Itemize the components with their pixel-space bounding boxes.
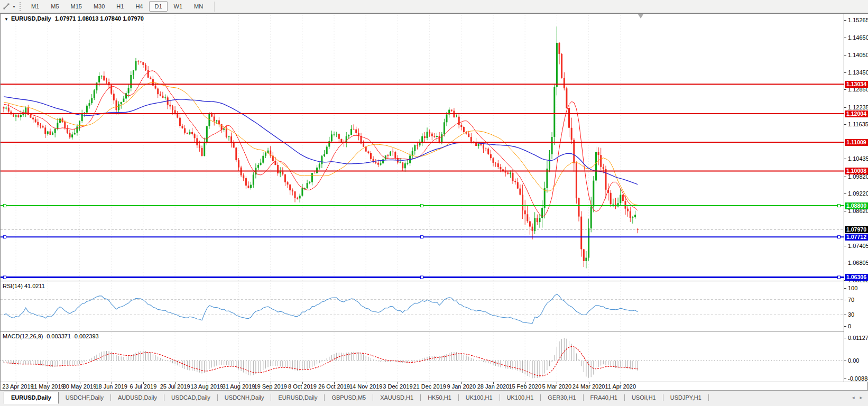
price-tick-label: 1.07405 [848, 243, 868, 249]
window-menu-icon[interactable]: ▼ [4, 17, 8, 22]
rsi-label: RSI(14) 41.0211 [3, 283, 45, 289]
date-label: 18 Jun 2019 [95, 383, 127, 390]
date-label: 11 Apr 2020 [605, 383, 636, 390]
price-badge-line[interactable]: 1.11009 [845, 139, 868, 146]
tool-dropdown-caret[interactable]: ▼ [12, 5, 16, 8]
timeframe-button-d1[interactable]: D1 [149, 1, 167, 12]
rsi-indicator-panel[interactable]: RSI(14) 41.0211 [1, 282, 844, 331]
price-tick-label: 1.14050 [848, 52, 868, 58]
toolbar-grip[interactable] [20, 2, 22, 11]
timeframe-button-m15[interactable]: M15 [66, 1, 87, 12]
price-tick-label: 1.10435 [848, 155, 868, 162]
trendline-tool-icon[interactable] [3, 3, 11, 11]
date-label: 13 Aug 2019 [190, 383, 223, 390]
price-tick-label: 1.09220 [848, 190, 868, 197]
chart-tab-eurusd-daily[interactable]: EURUSD,Daily [4, 392, 59, 404]
macd-scale-label: -0.008845 [848, 375, 868, 382]
price-badge-current: 1.07970 [845, 226, 868, 233]
macd-scale-label: 0.011277 [848, 335, 868, 341]
rsi-scale-label: 70 [848, 297, 854, 303]
rsi-scale-label: 30 [848, 311, 854, 318]
timeframe-buttons: M1M5M15M30H1H4D1W1MN [25, 1, 209, 12]
date-label: 8 Oct 2019 [288, 383, 317, 390]
tab-separator [708, 394, 709, 401]
macd-indicator-panel[interactable]: MACD(12,26,9) -0.003371 -0.002393 [1, 332, 844, 382]
timeframe-button-m1[interactable]: M1 [26, 1, 44, 12]
date-label: 24 Mar 2020 [572, 383, 605, 390]
price-axis[interactable]: 1.152651.146501.140501.134501.128501.122… [844, 14, 868, 382]
chart-tab-usdcnh-daily[interactable]: USDCNH,Daily [218, 392, 271, 403]
chart-tab-fra40-h1[interactable]: FRA40,H1 [584, 392, 624, 403]
date-label: 6 Jul 2019 [130, 383, 157, 390]
date-label: 14 Nov 2019 [349, 383, 382, 390]
date-label: 23 Apr 2019 [2, 383, 33, 390]
timeframe-button-m30[interactable]: M30 [88, 1, 110, 12]
price-badge-line[interactable]: 1.06306 [845, 274, 868, 281]
date-label: 26 Oct 2019 [318, 383, 350, 390]
chart-tab-eurusd-daily[interactable]: EURUSD,Daily [271, 392, 324, 403]
candlestick-chart[interactable] [1, 14, 844, 281]
timeframe-button-m5[interactable]: M5 [45, 1, 64, 12]
date-label: 15 Feb 2020 [509, 383, 541, 390]
chart-tab-ger30-h1[interactable]: GER30,H1 [541, 392, 583, 403]
date-label: 28 Jan 2020 [477, 383, 510, 390]
candlestick-chart-panel[interactable]: ▼EURUSD,Daily1.07971 1.08013 1.07840 1.0… [1, 14, 844, 281]
chart-tab-usdchf-daily[interactable]: USDCHF,Daily [59, 392, 110, 403]
chart-tab-uk100-h1[interactable]: UK100,H1 [500, 392, 541, 403]
tab-scroll-left-icon[interactable]: ◄ [851, 395, 855, 400]
toolbar-separator [214, 2, 215, 12]
date-label: 19 Sep 2019 [254, 383, 287, 390]
date-label: 9 Jan 2020 [447, 383, 476, 390]
price-tick-label: 1.06805 [848, 260, 868, 266]
chart-tab-hk50-h1[interactable]: HK50,H1 [421, 392, 458, 403]
price-tick-label: 1.11635 [848, 121, 868, 127]
price-tick-label: 1.13450 [848, 69, 868, 76]
price-badge-line[interactable]: 1.12004 [845, 110, 868, 117]
price-badge-line[interactable]: 1.13034 [845, 81, 868, 88]
price-badge-line[interactable]: 1.07712 [845, 234, 868, 241]
price-tick-label: 1.15265 [848, 17, 868, 23]
chart-tab-bar: EURUSD,DailyUSDCHF,DailyAUDUSD,DailyUSDC… [0, 390, 868, 406]
tab-scroll-right-icon[interactable]: ► [859, 395, 863, 400]
symbol-timeframe-label: EURUSD,Daily [11, 15, 51, 22]
chart-shift-marker[interactable] [638, 14, 643, 19]
date-label: 3 Dec 2019 [383, 383, 412, 390]
timeframe-button-w1[interactable]: W1 [169, 1, 188, 12]
chart-window: ▼EURUSD,Daily1.07971 1.08013 1.07840 1.0… [0, 13, 868, 390]
date-label: 30 May 2019 [63, 383, 97, 390]
mt4-terminal: ▼ M1M5M15M30H1H4D1W1MN ▼EURUSD,Daily1.07… [0, 0, 868, 406]
chart-tab-usdcad-daily[interactable]: USDCAD,Daily [164, 392, 217, 403]
chart-tab-audusd-daily[interactable]: AUDUSD,Daily [111, 392, 164, 403]
date-label: 11 May 2019 [31, 383, 64, 390]
tab-scroll-buttons: ◄► [847, 395, 863, 400]
date-label: 31 Aug 2019 [223, 383, 255, 390]
toolbar-tool-group: ▼ [0, 2, 25, 11]
rsi-scale-label: 100 [848, 285, 857, 291]
price-badge-line[interactable]: 1.08800 [845, 202, 868, 209]
date-label: 25 Jul 2019 [160, 383, 190, 390]
timeframe-button-mn[interactable]: MN [189, 1, 208, 12]
date-label: 5 Mar 2020 [542, 383, 572, 390]
price-tick-label: 1.12235 [848, 104, 868, 110]
rsi-chart[interactable] [1, 282, 844, 331]
chart-tab-gbpusd-m5[interactable]: GBPUSD,M5 [325, 392, 373, 403]
chart-tab-uk100-h1[interactable]: UK100,H1 [459, 392, 500, 403]
rsi-scale-label: 0 [848, 323, 851, 329]
chart-tab-usoil-h1[interactable]: USOil,H1 [625, 392, 663, 403]
chart-title: ▼EURUSD,Daily1.07971 1.08013 1.07840 1.0… [4, 15, 144, 22]
chart-tab-usdjpy-h1[interactable]: USDJPY,H1 [663, 392, 708, 403]
macd-chart[interactable] [1, 332, 844, 382]
date-axis[interactable]: 23 Apr 201911 May 201930 May 201918 Jun … [1, 382, 867, 390]
timeframe-button-h1[interactable]: H1 [111, 1, 129, 12]
macd-label: MACD(12,26,9) -0.003371 -0.002393 [3, 333, 99, 339]
timeframe-button-h4[interactable]: H4 [130, 1, 148, 12]
chart-tab-xauusd-h1[interactable]: XAUUSD,H1 [373, 392, 420, 403]
price-tick-label: 1.14650 [848, 34, 868, 41]
macd-scale-label: 0.00 [848, 357, 859, 364]
date-label: 21 Dec 2019 [413, 383, 446, 390]
price-badge-line[interactable]: 1.10008 [845, 168, 868, 174]
timeframe-toolbar: ▼ M1M5M15M30H1H4D1W1MN [0, 0, 868, 13]
ohlc-values: 1.07971 1.08013 1.07840 1.07970 [55, 15, 144, 22]
